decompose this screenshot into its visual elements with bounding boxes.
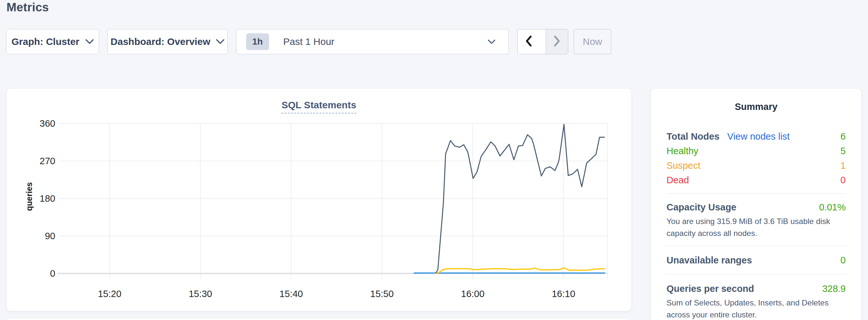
x-tick-label: 16:00	[461, 289, 485, 299]
y-tick-label: 360	[40, 118, 55, 129]
capacity-usage-label: Capacity Usage	[666, 202, 736, 213]
metrics-page: { "page": { "title": "Metrics" }, "toolb…	[0, 0, 868, 320]
capacity-usage-value: 0.01%	[819, 202, 846, 213]
dead-value: 0	[840, 175, 846, 186]
chevron-down-icon	[488, 39, 495, 45]
chevron-down-icon	[216, 39, 224, 45]
y-tick-label: 270	[40, 156, 55, 166]
next-chart-card-edge	[6, 318, 631, 320]
previous-time-button[interactable]	[518, 29, 540, 54]
time-range-selector[interactable]: 1h Past 1 Hour	[236, 29, 509, 54]
time-nav-group	[518, 29, 568, 54]
capacity-usage-description: You are using 315.9 MiB of 3.6 TiB usabl…	[666, 215, 846, 239]
chevron-down-icon	[85, 39, 94, 45]
next-time-button-disabled[interactable]	[546, 29, 568, 54]
capacity-usage-row: Capacity Usage 0.01%	[666, 200, 846, 215]
dashboard-dropdown-label: Dashboard: Overview	[111, 36, 210, 47]
summary-panel: Summary Total NodesView nodes list 6 Hea…	[651, 88, 862, 320]
healthy-value: 5	[840, 146, 846, 156]
divider	[666, 246, 846, 246]
time-range-label: Past 1 Hour	[283, 36, 334, 47]
suspect-label: Suspect	[666, 160, 701, 171]
healthy-nodes-row: Healthy 5	[666, 144, 846, 158]
dashboard-dropdown[interactable]: Dashboard: Overview	[107, 29, 228, 54]
sql-statements-chart-card: SQL Statements queries 09018027036015:20…	[6, 88, 631, 311]
unavailable-ranges-value: 0	[840, 255, 846, 266]
queries-per-second-row: Queries per second 328.9	[666, 282, 846, 296]
suspect-value: 1	[840, 160, 846, 171]
page-title: Metrics	[6, 1, 49, 14]
total-nodes-label-group: Total NodesView nodes list	[666, 131, 790, 142]
x-tick-label: 15:30	[189, 289, 212, 299]
unavailable-ranges-row: Unavailable ranges 0	[666, 253, 846, 268]
now-button-label: Now	[583, 36, 602, 47]
total-nodes-label: Total Nodes	[666, 131, 719, 141]
x-tick-label: 15:20	[98, 289, 122, 299]
y-tick-label: 0	[50, 268, 55, 279]
x-tick-label: 15:50	[370, 289, 394, 299]
summary-title: Summary	[666, 101, 846, 113]
dead-nodes-row: Dead 0	[666, 173, 846, 188]
sql-statements-chart[interactable]: 09018027036015:2015:3015:4015:5016:0016:…	[6, 89, 632, 312]
total-nodes-value: 6	[840, 131, 846, 142]
y-tick-label: 90	[45, 231, 55, 241]
chevron-left-icon	[524, 35, 534, 49]
divider	[666, 193, 846, 194]
x-tick-label: 15:40	[279, 289, 303, 299]
queries-per-second-label: Queries per second	[666, 284, 754, 294]
healthy-label: Healthy	[666, 146, 698, 156]
total-nodes-row: Total NodesView nodes list 6	[666, 129, 846, 144]
graph-dropdown-label: Graph: Cluster	[11, 36, 79, 47]
time-range-badge: 1h	[246, 33, 269, 50]
view-nodes-list-link[interactable]: View nodes list	[727, 131, 790, 141]
suspect-nodes-row: Suspect 1	[666, 158, 846, 173]
queries-per-second-description: Sum of Selects, Updates, Inserts, and De…	[666, 297, 846, 320]
unavailable-ranges-label: Unavailable ranges	[666, 255, 752, 266]
now-button[interactable]: Now	[574, 29, 611, 54]
y-tick-label: 180	[40, 193, 55, 204]
chevron-right-icon	[552, 35, 562, 49]
divider	[666, 275, 846, 275]
dead-label: Dead	[666, 175, 689, 186]
x-tick-label: 16:10	[552, 289, 575, 299]
queries-per-second-value: 328.9	[822, 284, 846, 294]
graph-dropdown[interactable]: Graph: Cluster	[6, 29, 99, 54]
